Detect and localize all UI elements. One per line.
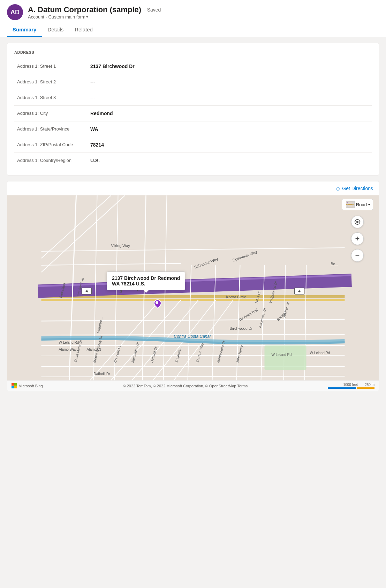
saved-status: - Saved — [144, 7, 161, 13]
tab-related[interactable]: Related — [69, 23, 98, 37]
field-value-street1[interactable]: 2137 Birchwood Dr — [88, 59, 372, 74]
header-info: A. Datum Corporation (sample) - Saved Ac… — [28, 5, 161, 20]
map-svg: Birchwood Dr Contra Costa Canal Clevelan… — [7, 195, 379, 380]
table-row: Address 1: Street 2 --- — [14, 74, 372, 90]
field-value-street3[interactable]: --- — [88, 90, 372, 106]
popup-line2: WA 78214 U.S. — [112, 281, 145, 286]
address-card: ADDRESS Address 1: Street 1 2137 Birchwo… — [7, 43, 379, 176]
breadcrumb-account[interactable]: Account — [28, 14, 44, 20]
field-label-zip: Address 1: ZIP/Postal Code — [14, 137, 88, 153]
map-popup: 2137 Birchwood Dr Redmond WA 78214 U.S. — [107, 271, 185, 290]
svg-text:W Leland Rd: W Leland Rd — [59, 341, 79, 344]
address-section-title: ADDRESS — [14, 50, 372, 54]
svg-text:4: 4 — [298, 289, 301, 293]
tab-details[interactable]: Details — [42, 23, 69, 37]
svg-text:Be...: Be... — [331, 262, 338, 266]
road-chevron-icon: ▾ — [368, 203, 370, 207]
record-avatar: AD — [7, 4, 23, 20]
field-value-state[interactable]: WA — [88, 121, 372, 137]
road-map-icon — [345, 201, 355, 208]
zoom-in-button[interactable]: + — [351, 232, 364, 245]
field-value-street2[interactable]: --- — [88, 74, 372, 90]
field-value-city[interactable]: Redmond — [88, 106, 372, 121]
svg-text:Birchwood Dr: Birchwood Dr — [230, 326, 253, 330]
scale-line-blue — [328, 387, 356, 389]
map-marker — [154, 299, 162, 308]
road-label: Road — [356, 202, 367, 207]
bing-label: Microsoft Bing — [18, 384, 43, 388]
zoom-out-button[interactable]: − — [351, 249, 364, 262]
table-row: Address 1: Street 1 2137 Birchwood Dr — [14, 59, 372, 74]
svg-point-76 — [356, 221, 358, 223]
svg-text:Viking Way: Viking Way — [111, 244, 130, 248]
breadcrumb: Account · Custom main form ▾ — [28, 14, 161, 20]
scale-1000ft: 1000 feet — [343, 383, 358, 387]
bing-logo: Microsoft Bing — [12, 383, 43, 389]
svg-text:Alamo Way: Alamo Way — [59, 348, 77, 351]
get-directions-button[interactable]: ◇ Get Directions — [336, 185, 373, 192]
map-area[interactable]: Birchwood Dr Contra Costa Canal Clevelan… — [7, 195, 379, 380]
svg-text:Daffodil Dr: Daffodil Dr — [94, 372, 111, 376]
svg-text:W Leland Rd: W Leland Rd — [272, 353, 292, 357]
get-directions-label: Get Directions — [342, 186, 373, 191]
field-label-street3: Address 1: Street 3 — [14, 90, 88, 106]
map-controls: Road ▾ + − — [342, 199, 373, 262]
form-name-label: Custom main form — [48, 14, 85, 20]
svg-rect-74 — [347, 202, 348, 203]
table-row: Address 1: State/Province WA — [14, 121, 372, 137]
table-row: Address 1: ZIP/Postal Code 78214 — [14, 137, 372, 153]
form-selector[interactable]: Custom main form ▾ — [48, 14, 88, 20]
chevron-down-icon: ▾ — [86, 15, 88, 19]
table-row: Address 1: Country/Region U.S. — [14, 153, 372, 169]
locate-button[interactable] — [351, 216, 364, 228]
record-title: A. Datum Corporation (sample) — [28, 5, 141, 14]
map-copyright: © 2022 TomTom, © 2022 Microsoft Corporat… — [123, 384, 248, 388]
breadcrumb-separator: · — [46, 14, 47, 20]
scale-250m: 250 m — [365, 383, 374, 387]
field-label-country: Address 1: Country/Region — [14, 153, 88, 169]
tab-summary[interactable]: Summary — [7, 23, 42, 37]
field-value-zip[interactable]: 78214 — [88, 137, 372, 153]
main-content: ADDRESS Address 1: Street 1 2137 Birchwo… — [0, 37, 386, 397]
directions-icon: ◇ — [336, 185, 340, 192]
bing-icon — [12, 383, 17, 389]
map-toolbar: ◇ Get Directions — [7, 181, 379, 195]
tab-bar: Summary Details Related — [7, 23, 379, 37]
table-row: Address 1: City Redmond — [14, 106, 372, 121]
page-header: AD A. Datum Corporation (sample) - Saved… — [0, 0, 386, 37]
address-table: Address 1: Street 1 2137 Birchwood Dr Ad… — [14, 59, 372, 168]
scale-line-orange — [357, 387, 374, 389]
field-label-street1: Address 1: Street 1 — [14, 59, 88, 74]
field-label-state: Address 1: State/Province — [14, 121, 88, 137]
table-row: Address 1: Street 3 --- — [14, 90, 372, 106]
map-footer: Microsoft Bing © 2022 TomTom, © 2022 Mic… — [7, 380, 379, 391]
svg-text:Kpetta Circle: Kpetta Circle — [226, 295, 247, 299]
scale-bar: 1000 feet 250 m — [328, 383, 374, 389]
field-value-country[interactable]: U.S. — [88, 153, 372, 169]
map-type-selector[interactable]: Road ▾ — [342, 199, 373, 210]
svg-text:4: 4 — [85, 289, 88, 293]
field-label-city: Address 1: City — [14, 106, 88, 121]
map-card: ◇ Get Directions — [7, 181, 379, 391]
svg-text:W Leland Rd: W Leland Rd — [310, 351, 330, 355]
svg-rect-31 — [265, 345, 306, 370]
popup-line1: 2137 Birchwood Dr Redmond — [112, 275, 180, 281]
svg-text:Contra Costa Canal: Contra Costa Canal — [174, 334, 211, 339]
field-label-street2: Address 1: Street 2 — [14, 74, 88, 90]
